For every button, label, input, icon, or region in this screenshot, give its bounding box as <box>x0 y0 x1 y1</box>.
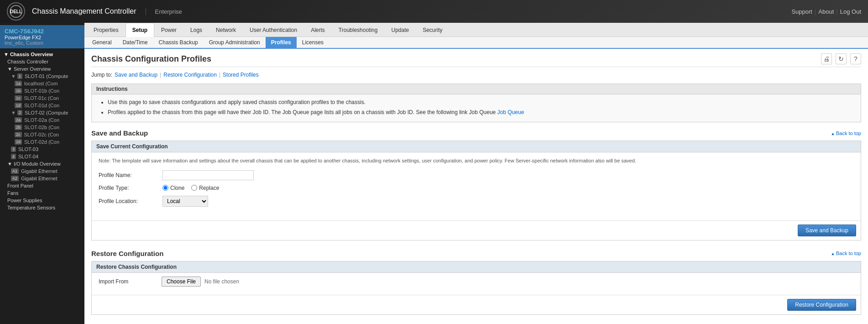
replace-label: Replace <box>199 185 219 191</box>
save-backup-section: Save and Backup Back to top Save Current… <box>91 129 861 240</box>
sidebar-item-slot02d[interactable]: 2d SLOT-02d (Con <box>0 138 84 146</box>
tab-chassis-backup[interactable]: Chassis Backup <box>153 37 204 48</box>
instructions-header: Instructions <box>92 84 861 94</box>
job-queue-link[interactable]: Job Queue <box>497 109 524 115</box>
save-and-backup-button[interactable]: Save and Backup <box>798 225 856 236</box>
tab-security[interactable]: Security <box>416 23 449 37</box>
restore-action-row: Restore Configuration <box>92 295 861 314</box>
refresh-button[interactable]: ↻ <box>836 53 847 64</box>
page-actions: 🖨 ↻ ? <box>821 53 861 64</box>
clone-option[interactable]: Clone <box>162 185 184 191</box>
tab-properties[interactable]: Properties <box>87 23 125 37</box>
jump-stored-profiles[interactable]: Stored Profiles <box>223 72 259 78</box>
sidebar-item-slot01c[interactable]: 1c SLOT-01c (Con <box>0 94 84 102</box>
save-current-config-header: Save Current Configuration <box>92 141 861 152</box>
svg-text:DELL: DELL <box>10 9 22 14</box>
back-to-top-save[interactable]: Back to top <box>831 131 861 136</box>
expand-icon-io: ▼ <box>7 161 12 167</box>
page-title: Chassis Configuration Profiles <box>91 54 211 64</box>
sidebar-item-slot03[interactable]: 3 SLOT-03 <box>0 146 84 153</box>
tab-user-auth[interactable]: User Authentication <box>243 23 304 37</box>
print-button[interactable]: 🖨 <box>821 53 832 64</box>
sidebar-item-slot02c[interactable]: 2c SLOT-02c (Con <box>0 131 84 138</box>
save-current-config-body: Note: The template will save information… <box>92 152 861 216</box>
tab-power[interactable]: Power <box>154 23 183 37</box>
tab-troubleshooting[interactable]: Troubleshooting <box>332 23 385 37</box>
save-note: Note: The template will save information… <box>99 157 854 165</box>
restore-config-title: Restore Configuration <box>91 250 163 257</box>
save-backup-title: Save and Backup <box>91 129 148 137</box>
save-current-config-box: Save Current Configuration Note: The tem… <box>91 141 861 240</box>
restore-config-header: Restore Configuration Back to top <box>91 250 861 257</box>
sidebar-item-slot01[interactable]: ▼ 1 SLOT-01 (Compute <box>0 73 84 80</box>
sidebar-tree: ▼ Chassis Overview Chassis Controller ▼ … <box>0 48 84 214</box>
sidebar-item-chassis-controller[interactable]: Chassis Controller <box>0 58 84 65</box>
tab-alerts[interactable]: Alerts <box>304 23 332 37</box>
save-backup-header: Save and Backup Back to top <box>91 129 861 137</box>
sidebar-item-temp-sensors[interactable]: Temperature Sensors <box>0 204 84 211</box>
clone-radio[interactable] <box>162 185 168 191</box>
restore-config-section: Restore Configuration Back to top Restor… <box>91 250 861 315</box>
app-title: Chassis Management Controller <box>32 7 136 16</box>
sidebar-item-slot02b[interactable]: 2b SLOT-02b (Con <box>0 124 84 131</box>
page-header: Chassis Configuration Profiles 🖨 ↻ ? <box>91 53 861 67</box>
profile-name-label: Profile Name: <box>99 172 158 178</box>
restore-configuration-button[interactable]: Restore Configuration <box>787 299 856 311</box>
header: DELL Chassis Management Controller Enter… <box>0 0 868 23</box>
save-backup-action-row: Save and Backup <box>92 220 861 240</box>
sidebar-item-chassis-overview[interactable]: ▼ Chassis Overview <box>0 51 84 58</box>
sidebar-item-localhost[interactable]: 1a localhost (Com <box>0 80 84 87</box>
sidebar-item-slot01d[interactable]: 1d SLOT-01d (Con <box>0 102 84 109</box>
choose-file-button[interactable]: Choose File <box>162 277 201 287</box>
restore-chassis-config-header: Restore Chassis Configuration <box>92 261 861 273</box>
logout-link[interactable]: Log Out <box>840 8 861 15</box>
sidebar-item-power-supplies[interactable]: Power Supplies <box>0 197 84 204</box>
instructions-body: Use this page to save chassis configurat… <box>92 94 861 122</box>
tab-logs[interactable]: Logs <box>183 23 209 37</box>
header-nav: Support | About | Log Out <box>791 8 861 15</box>
sidebar-item-front-panel[interactable]: Front Panel <box>0 182 84 189</box>
profile-location-select[interactable]: Local Remote vFlash <box>162 196 208 207</box>
sidebar-item-slot04[interactable]: 4 SLOT-04 <box>0 153 84 160</box>
replace-radio[interactable] <box>191 185 197 191</box>
profile-name-input[interactable] <box>162 170 254 180</box>
back-to-top-restore[interactable]: Back to top <box>831 251 861 256</box>
profile-location-row: Profile Location: Local Remote vFlash <box>99 196 854 207</box>
tab-group-admin[interactable]: Group Administration <box>204 37 266 48</box>
tab-general[interactable]: General <box>87 37 117 48</box>
help-button[interactable]: ? <box>850 53 861 64</box>
page-body: Chassis Configuration Profiles 🖨 ↻ ? Jum… <box>84 49 868 324</box>
sidebar-item-gigabit-a1[interactable]: A1 Gigabit Ethernet <box>0 167 84 175</box>
restore-chassis-config-box: Restore Chassis Configuration Import Fro… <box>91 261 861 315</box>
about-link[interactable]: About <box>818 8 834 15</box>
tab-setup[interactable]: Setup <box>125 23 154 37</box>
sidebar-item-slot02[interactable]: ▼ 2 SLOT-02 (Compute <box>0 109 84 116</box>
sidebar-item-gigabit-a2[interactable]: A2 Gigabit Ethernet <box>0 175 84 182</box>
profile-location-label: Profile Location: <box>99 198 158 204</box>
sidebar-item-fans[interactable]: Fans <box>0 189 84 197</box>
device-info: CMC-7S6J942 PowerEdge FX2 lmc_e6c, Custo… <box>0 25 84 48</box>
tab-network[interactable]: Network <box>209 23 243 37</box>
instructions-box: Instructions Use this page to save chass… <box>91 84 861 122</box>
main-content: Properties Setup Power Logs Network User… <box>84 23 868 324</box>
jump-save-backup[interactable]: Save and Backup <box>115 72 157 78</box>
import-from-label: Import From <box>99 278 158 285</box>
expand-icon: ▼ <box>7 66 12 72</box>
device-id[interactable]: CMC-7S6J942 <box>5 28 80 35</box>
primary-tab-bar: Properties Setup Power Logs Network User… <box>84 23 868 37</box>
jump-to-label: Jump to: <box>91 72 112 78</box>
jump-restore-config[interactable]: Restore Configuration <box>163 72 217 78</box>
tab-licenses[interactable]: Licenses <box>297 37 329 48</box>
profile-type-options: Clone Replace <box>162 185 219 191</box>
tab-datetime[interactable]: Date/Time <box>117 37 153 48</box>
replace-option[interactable]: Replace <box>191 185 219 191</box>
tab-update[interactable]: Update <box>384 23 416 37</box>
dell-logo: DELL <box>7 2 25 21</box>
sidebar-item-io-module[interactable]: ▼ I/O Module Overview <box>0 160 84 167</box>
sidebar-item-slot01b[interactable]: 1b SLOT-01b (Con <box>0 87 84 94</box>
support-link[interactable]: Support <box>791 8 812 15</box>
tab-profiles[interactable]: Profiles <box>266 37 297 48</box>
clone-label: Clone <box>170 185 184 191</box>
sidebar-item-slot02a[interactable]: 2a SLOT-02a (Con <box>0 116 84 124</box>
sidebar-item-server-overview[interactable]: ▼ Server Overview <box>0 65 84 73</box>
